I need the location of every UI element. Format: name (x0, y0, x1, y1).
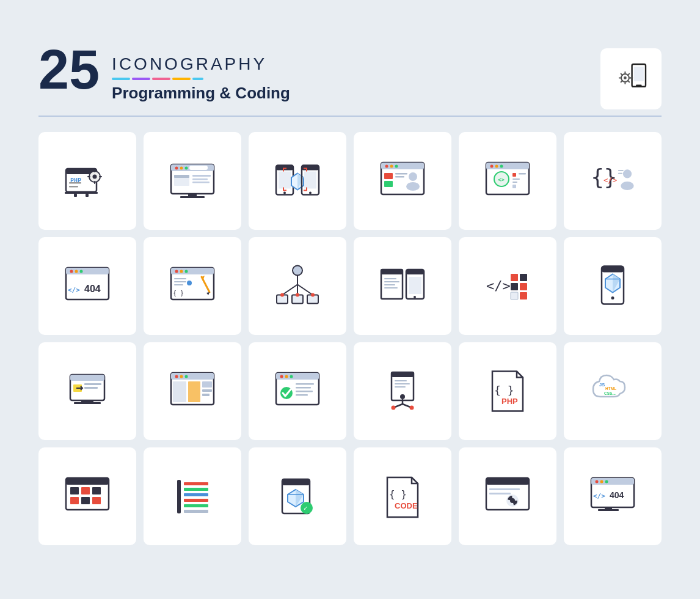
rainbow-line (112, 78, 290, 80)
svg-rect-138 (84, 387, 98, 389)
svg-point-156 (290, 375, 293, 378)
svg-point-4 (624, 76, 627, 79)
svg-rect-112 (381, 270, 403, 274)
icon-grid: PHP (38, 132, 662, 545)
svg-point-120 (414, 296, 416, 298)
svg-rect-60 (395, 173, 407, 175)
svg-rect-119 (409, 277, 421, 294)
svg-point-50 (309, 191, 312, 194)
svg-point-83 (75, 270, 78, 273)
svg-rect-190 (184, 499, 208, 502)
svg-rect-159 (296, 387, 311, 389)
svg-text:</>: </> (486, 278, 511, 293)
icon-code-file: { } CODE (354, 447, 451, 545)
svg-point-130 (611, 296, 614, 300)
icon-browser-grid (38, 447, 136, 545)
icon-cloud-code: JS HTML CSS... (564, 342, 662, 440)
svg-rect-187 (184, 482, 208, 485)
svg-rect-24 (69, 186, 78, 188)
icon-monitor-404: </> 404 (564, 447, 662, 545)
svg-rect-35 (174, 175, 189, 178)
svg-point-146 (185, 375, 188, 378)
svg-rect-217 (598, 509, 619, 511)
svg-rect-37 (192, 178, 208, 180)
svg-rect-94 (174, 281, 186, 282)
icon-network-tree (249, 237, 346, 335)
svg-point-155 (285, 375, 288, 378)
svg-point-18 (93, 174, 97, 178)
svg-point-110 (311, 293, 315, 296)
svg-point-211 (596, 480, 599, 483)
svg-rect-150 (202, 389, 212, 392)
svg-rect-189 (184, 493, 208, 496)
svg-rect-93 (174, 278, 186, 279)
svg-rect-73 (512, 185, 516, 188)
svg-rect-160 (296, 391, 313, 392)
svg-point-30 (175, 166, 178, 169)
svg-rect-184 (81, 497, 90, 504)
svg-rect-71 (512, 178, 520, 180)
header-subtitle: Programming & Coding (112, 84, 290, 103)
svg-rect-23 (69, 182, 81, 184)
svg-rect-164 (395, 380, 407, 381)
svg-rect-183 (70, 497, 79, 504)
svg-rect-57 (384, 181, 393, 187)
svg-rect-191 (184, 504, 208, 507)
svg-rect-205 (489, 493, 511, 494)
svg-rect-192 (184, 510, 208, 513)
svg-point-89 (175, 270, 178, 273)
svg-rect-69 (512, 173, 516, 177)
svg-line-104 (297, 284, 313, 295)
svg-point-171 (392, 405, 396, 410)
svg-rect-118 (406, 270, 424, 274)
icon-web-code: <> (459, 132, 556, 230)
svg-rect-161 (296, 394, 308, 396)
svg-point-66 (500, 164, 503, 167)
svg-rect-149 (202, 381, 212, 388)
svg-rect-194 (282, 479, 310, 485)
svg-text:✓: ✓ (304, 504, 308, 512)
svg-rect-56 (384, 173, 393, 179)
svg-rect-40 (180, 196, 205, 198)
svg-rect-179 (66, 478, 109, 485)
svg-rect-79 (618, 172, 622, 174)
svg-line-97 (202, 277, 210, 292)
icon-browser-panel (144, 342, 241, 440)
svg-point-144 (175, 375, 178, 378)
svg-line-11 (628, 73, 629, 75)
svg-point-64 (490, 164, 494, 167)
svg-rect-126 (511, 292, 518, 300)
icon-monitor-redirect (38, 342, 136, 440)
svg-point-108 (280, 293, 284, 296)
icon-list-code (144, 447, 241, 545)
svg-point-109 (296, 293, 299, 296)
svg-text:JS: JS (599, 382, 605, 388)
svg-point-84 (80, 270, 83, 273)
preview-icon-box (600, 48, 662, 109)
svg-rect-158 (296, 383, 314, 385)
svg-point-154 (280, 375, 283, 378)
icon-mobile-gem (564, 237, 662, 335)
svg-rect-137 (84, 383, 101, 385)
svg-rect-147 (173, 381, 186, 402)
svg-rect-181 (81, 487, 90, 494)
svg-point-90 (180, 270, 183, 273)
svg-text:{ }: { } (389, 488, 407, 500)
svg-point-31 (180, 166, 183, 169)
svg-text:</>: </> (603, 175, 617, 184)
svg-point-91 (185, 270, 188, 273)
icon-web-user (354, 132, 451, 230)
svg-text:</>: </> (593, 492, 605, 500)
svg-rect-78 (618, 170, 624, 171)
svg-point-145 (180, 375, 183, 378)
icon-php-settings: PHP (38, 132, 136, 230)
svg-point-82 (70, 270, 73, 273)
svg-rect-33 (189, 166, 208, 170)
svg-rect-124 (511, 283, 518, 290)
svg-point-77 (621, 181, 633, 189)
svg-point-58 (409, 172, 417, 181)
svg-text:CSS...: CSS... (604, 391, 616, 395)
icon-monitor-browser (144, 132, 241, 230)
svg-rect-115 (384, 284, 395, 285)
svg-rect-116 (384, 287, 398, 288)
